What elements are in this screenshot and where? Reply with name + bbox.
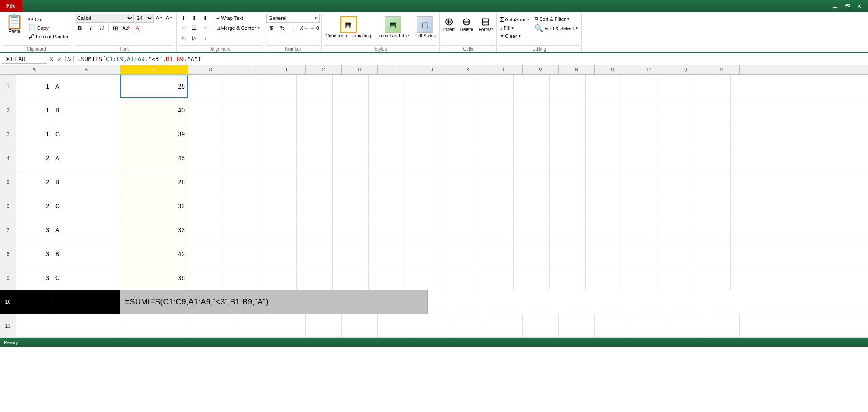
row-num-10[interactable]: 10: [0, 290, 16, 314]
col-header-Q[interactable]: Q: [667, 65, 703, 74]
cell-J2[interactable]: [405, 98, 441, 122]
cell-R1[interactable]: [694, 75, 731, 98]
col-header-E[interactable]: E: [233, 65, 269, 74]
cell-O3[interactable]: [586, 122, 622, 146]
delete-button[interactable]: ⊖ Delete: [458, 15, 475, 33]
cell-G9[interactable]: [297, 266, 333, 290]
cell-K3[interactable]: [441, 122, 477, 146]
cell-G3[interactable]: [297, 122, 333, 146]
col-header-G[interactable]: G: [306, 65, 342, 74]
cell-H9[interactable]: [333, 266, 369, 290]
cell-C11[interactable]: [120, 314, 188, 337]
cell-H4[interactable]: [333, 146, 369, 170]
cell-J9[interactable]: [405, 266, 441, 290]
cell-G5[interactable]: [297, 170, 333, 194]
cell-D9[interactable]: [188, 266, 224, 290]
align-top-left-button[interactable]: ⬆: [179, 14, 189, 23]
cell-N4[interactable]: [550, 146, 586, 170]
cell-O5[interactable]: [586, 170, 622, 194]
cut-button[interactable]: ✂Cut: [27, 15, 70, 23]
cell-N1[interactable]: [550, 75, 586, 98]
cell-O9[interactable]: [586, 266, 622, 290]
cell-H8[interactable]: [333, 242, 369, 266]
cell-D7[interactable]: [188, 218, 224, 242]
cell-Q5[interactable]: [658, 170, 694, 194]
cell-F5[interactable]: [260, 170, 297, 194]
cell-I2[interactable]: [369, 98, 405, 122]
align-right-button[interactable]: ≡: [200, 23, 210, 33]
cell-P11[interactable]: [631, 314, 667, 337]
cell-P6[interactable]: [622, 194, 658, 218]
cell-E6[interactable]: [224, 194, 260, 218]
cell-D2[interactable]: [188, 98, 224, 122]
currency-button[interactable]: $: [266, 23, 276, 33]
cell-J8[interactable]: [405, 242, 441, 266]
cell-Q8[interactable]: [658, 242, 694, 266]
cell-Q1[interactable]: [658, 75, 694, 98]
cell-P1[interactable]: [622, 75, 658, 98]
clear-button[interactable]: ✦Clear▼: [499, 33, 531, 39]
borders-button[interactable]: ⊞: [111, 23, 121, 33]
cell-L1[interactable]: [477, 75, 514, 98]
row-num-6[interactable]: 6: [0, 194, 16, 218]
cell-P4[interactable]: [622, 146, 658, 170]
cell-A7[interactable]: 3: [16, 218, 52, 242]
fill-button[interactable]: ↓Fill▼: [499, 25, 531, 31]
cell-B9[interactable]: C: [52, 266, 120, 290]
cell-E9[interactable]: [224, 266, 260, 290]
row-num-3[interactable]: 3: [0, 122, 16, 146]
col-header-F[interactable]: F: [269, 65, 306, 74]
cell-F3[interactable]: [260, 122, 297, 146]
cell-E11[interactable]: [233, 314, 269, 337]
cell-I11[interactable]: [378, 314, 414, 337]
align-top-center-button[interactable]: ⬆: [189, 14, 199, 23]
cell-N8[interactable]: [550, 242, 586, 266]
cell-K2[interactable]: [441, 98, 477, 122]
cell-A11[interactable]: [16, 314, 52, 337]
cell-B1[interactable]: A: [52, 75, 120, 98]
row-num-7[interactable]: 7: [0, 218, 16, 242]
cell-C10-formula[interactable]: =SUMIFS(C1:C9,A1:A9,"<3",B1:B9,"A"): [120, 290, 428, 314]
cell-I7[interactable]: [369, 218, 405, 242]
cell-E7[interactable]: [224, 218, 260, 242]
wrap-text-button[interactable]: ↵Wrap Text: [214, 14, 245, 23]
cell-L8[interactable]: [477, 242, 514, 266]
cell-M4[interactable]: [514, 146, 550, 170]
cell-K7[interactable]: [441, 218, 477, 242]
cell-K5[interactable]: [441, 170, 477, 194]
cell-M6[interactable]: [514, 194, 550, 218]
cell-A1[interactable]: 1: [16, 75, 52, 98]
cell-B6[interactable]: C: [52, 194, 120, 218]
find-select-button[interactable]: 🔍Find & Select▼: [533, 23, 580, 33]
cell-R4[interactable]: [694, 146, 731, 170]
cell-M2[interactable]: [514, 98, 550, 122]
col-header-O[interactable]: O: [595, 65, 631, 74]
cell-R9[interactable]: [694, 266, 731, 290]
cell-M5[interactable]: [514, 170, 550, 194]
cell-F6[interactable]: [260, 194, 297, 218]
cell-L4[interactable]: [477, 146, 514, 170]
cell-N11[interactable]: [559, 314, 595, 337]
fill-color-button[interactable]: A🖊: [122, 23, 132, 33]
cell-G8[interactable]: [297, 242, 333, 266]
cell-D1[interactable]: [188, 75, 224, 98]
row-num-2[interactable]: 2: [0, 98, 16, 122]
cell-K4[interactable]: [441, 146, 477, 170]
cell-K1[interactable]: [441, 75, 477, 98]
cell-I5[interactable]: [369, 170, 405, 194]
cell-B8[interactable]: B: [52, 242, 120, 266]
cell-D11[interactable]: [188, 314, 233, 337]
format-as-table-button[interactable]: ▤ Format as Table: [375, 15, 411, 39]
cell-J5[interactable]: [405, 170, 441, 194]
number-format-dropdown[interactable]: General▼: [266, 14, 320, 23]
cell-G4[interactable]: [297, 146, 333, 170]
cell-C9[interactable]: 36: [120, 266, 188, 290]
cell-L3[interactable]: [477, 122, 514, 146]
cell-C6[interactable]: 32: [120, 194, 188, 218]
col-header-N[interactable]: N: [559, 65, 595, 74]
cell-F9[interactable]: [260, 266, 297, 290]
bold-button[interactable]: B: [75, 23, 85, 33]
cell-A10[interactable]: [16, 290, 52, 314]
cell-H11[interactable]: [342, 314, 378, 337]
cell-G11[interactable]: [306, 314, 342, 337]
